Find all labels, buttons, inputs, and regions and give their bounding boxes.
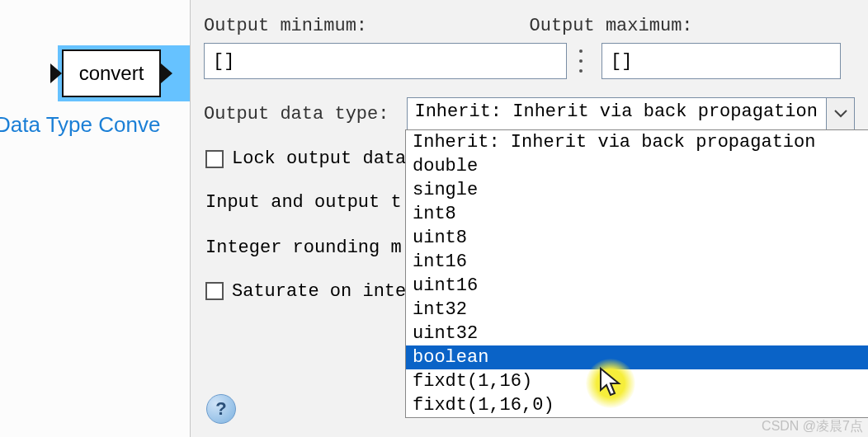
- more-button[interactable]: [575, 45, 587, 78]
- dropdown-item[interactable]: uint8: [406, 226, 868, 250]
- block-label: convert: [79, 62, 144, 85]
- block-caption[interactable]: Data Type Conve: [0, 112, 190, 138]
- dropdown-item[interactable]: int16: [406, 250, 868, 274]
- dropdown-item[interactable]: Inherit: Inherit via back propagation: [406, 130, 868, 154]
- parameters-group-label: Parameters: [210, 0, 855, 4]
- block-parameters-dialog: Parameters Output minimum: Output maximu…: [190, 0, 868, 437]
- output-data-type-selected: Inherit: Inherit via back propagation: [408, 98, 826, 129]
- dropdown-item[interactable]: double: [406, 154, 868, 178]
- output-data-type-dropdown[interactable]: Inherit: Inherit via back propagationdou…: [405, 129, 868, 418]
- output-maximum-label: Output maximum:: [530, 16, 847, 36]
- output-maximum-input[interactable]: [601, 43, 841, 79]
- dropdown-item[interactable]: boolean: [406, 345, 868, 369]
- output-data-type-label: Output data type:: [204, 104, 389, 125]
- lock-output-data-label: Lock output data: [232, 148, 406, 169]
- checkbox-icon: [205, 282, 224, 300]
- outport-icon: [161, 63, 172, 83]
- output-minimum-label: Output minimum:: [204, 16, 521, 36]
- watermark: CSDN @凌晨7点: [762, 418, 863, 435]
- help-button[interactable]: ?: [206, 394, 236, 424]
- input-output-equal-rwv-label: Input and output t: [205, 192, 402, 213]
- data-type-conversion-block[interactable]: convert: [62, 49, 161, 97]
- lock-output-data-checkbox[interactable]: Lock output data: [205, 148, 406, 169]
- saturate-checkbox[interactable]: Saturate on inte: [205, 281, 406, 302]
- chevron-down-icon[interactable]: [826, 98, 854, 129]
- dropdown-item[interactable]: single: [406, 178, 868, 202]
- integer-rounding-label: Integer rounding m: [205, 237, 402, 258]
- dropdown-item[interactable]: uint32: [406, 322, 868, 345]
- dropdown-item[interactable]: fixdt(1,16,0): [406, 393, 868, 417]
- output-minimum-input[interactable]: [204, 43, 567, 79]
- dropdown-item[interactable]: int8: [406, 202, 868, 226]
- dropdown-item[interactable]: int32: [406, 298, 868, 322]
- dropdown-item[interactable]: uint16: [406, 274, 868, 298]
- saturate-label: Saturate on inte: [232, 281, 406, 302]
- dropdown-item[interactable]: fixdt(1,16): [406, 369, 868, 393]
- inport-icon: [50, 63, 62, 83]
- checkbox-icon: [205, 150, 224, 168]
- output-data-type-combo[interactable]: Inherit: Inherit via back propagation: [407, 97, 855, 130]
- canvas-block: convert Data Type Conve: [0, 49, 190, 138]
